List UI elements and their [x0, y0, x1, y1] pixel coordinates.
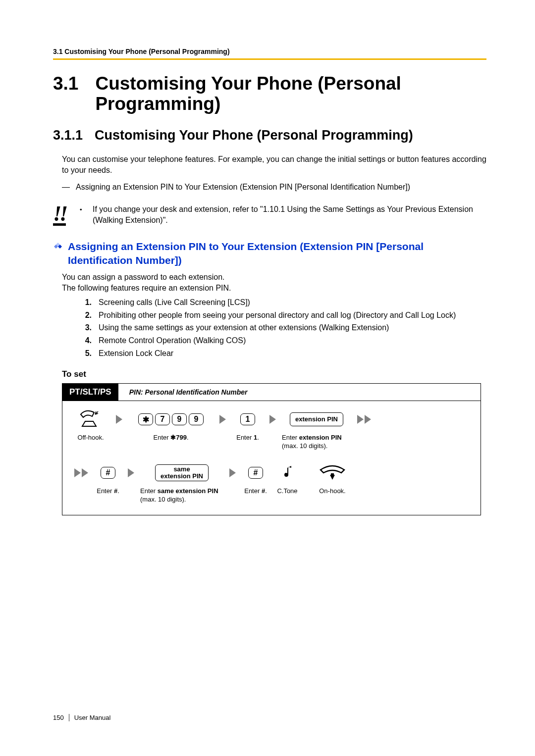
double-arrow-icon	[71, 468, 91, 477]
heading-1-number: 3.1	[53, 74, 78, 94]
keys-799-caption: Enter ✱799.	[153, 434, 188, 442]
list-item: Prohibiting other people from seeing you…	[99, 310, 456, 321]
heading-2-title: Customising Your Phone (Personal Program…	[95, 128, 413, 143]
key-hash-caption: Enter #.	[97, 487, 119, 496]
dash-item-1: Assigning an Extension PIN to Your Exten…	[76, 182, 410, 193]
ordered-list: 1.Screening calls (Live Call Screening […	[76, 297, 486, 358]
diagram-description: PIN: Personal Identification Number	[129, 388, 248, 396]
same-extension-pin-box: same extension PIN	[155, 464, 209, 482]
page-number: 150	[53, 714, 69, 721]
onhook-caption: On-hook.	[319, 487, 345, 496]
keys-799: ✱ 7 9 9	[138, 410, 204, 429]
key-hash: #	[101, 467, 115, 479]
svg-rect-3	[331, 473, 334, 475]
double-arrow-icon	[354, 415, 374, 424]
list-item: Using the same settings as your extensio…	[99, 322, 389, 333]
dash-list: — Assigning an Extension PIN to Your Ext…	[62, 182, 486, 193]
blue-subheading-text: Assigning an Extension PIN to Your Exten…	[68, 240, 486, 267]
onhook-icon	[318, 463, 347, 482]
offhook-icon	[78, 410, 103, 429]
key-1: 1	[240, 413, 255, 425]
key-hash: #	[248, 467, 263, 479]
procedure-diagram: PT/SLT/PS PIN: Personal Identification N…	[62, 383, 481, 515]
arrow-icon	[219, 415, 226, 424]
list-item: Screening calls (Live Call Screening [LC…	[99, 297, 250, 308]
blue-subheading: Assigning an Extension PIN to Your Exten…	[53, 240, 486, 267]
ctone-icon	[280, 463, 294, 482]
footer-label: User Manual	[74, 714, 111, 721]
key-1-caption: Enter 1.	[236, 434, 259, 442]
intro-paragraph: You can customise your telephone feature…	[62, 154, 486, 175]
arrow-icon	[128, 468, 134, 477]
extension-pin-caption: Enter extension PIN (max. 10 digits).	[282, 434, 351, 451]
extension-pin-box: extension PIN	[290, 412, 343, 426]
pin-intro: You can assign a password to each extens…	[62, 272, 486, 293]
phone-type-badge: PT/SLT/PS	[62, 384, 118, 401]
key-hash-caption: Enter #.	[244, 487, 267, 496]
running-header: 3.1 Customising Your Phone (Personal Pro…	[53, 48, 486, 55]
header-rule	[53, 58, 486, 60]
heading-1-title: Customising Your Phone (Personal Program…	[95, 74, 486, 114]
offhook-caption: Off-hook.	[77, 434, 104, 442]
same-extension-pin-caption: Enter same extension PIN (max. 10 digits…	[140, 487, 223, 504]
dash-marker: —	[62, 182, 76, 193]
diamond-icon	[53, 240, 68, 254]
ctone-caption: C.Tone	[277, 487, 297, 496]
arrow-icon	[229, 468, 236, 477]
page-footer: 150 User Manual	[53, 714, 110, 721]
important-icon: !!	[53, 204, 80, 226]
heading-2: 3.1.1 Customising Your Phone (Personal P…	[53, 128, 486, 143]
to-set-label: To set	[62, 369, 486, 379]
list-item: Extension Lock Clear	[99, 348, 173, 359]
note-text: If you change your desk and extension, r…	[93, 204, 486, 225]
arrow-icon	[269, 415, 276, 424]
arrow-icon	[116, 415, 122, 424]
bullet-marker: •	[80, 204, 93, 225]
heading-1: 3.1 Customising Your Phone (Personal Pro…	[53, 74, 486, 114]
note-block: !! • If you change your desk and extensi…	[53, 204, 486, 226]
heading-2-number: 3.1.1	[53, 128, 83, 143]
list-item: Remote Control Operation (Walking COS)	[99, 335, 246, 346]
